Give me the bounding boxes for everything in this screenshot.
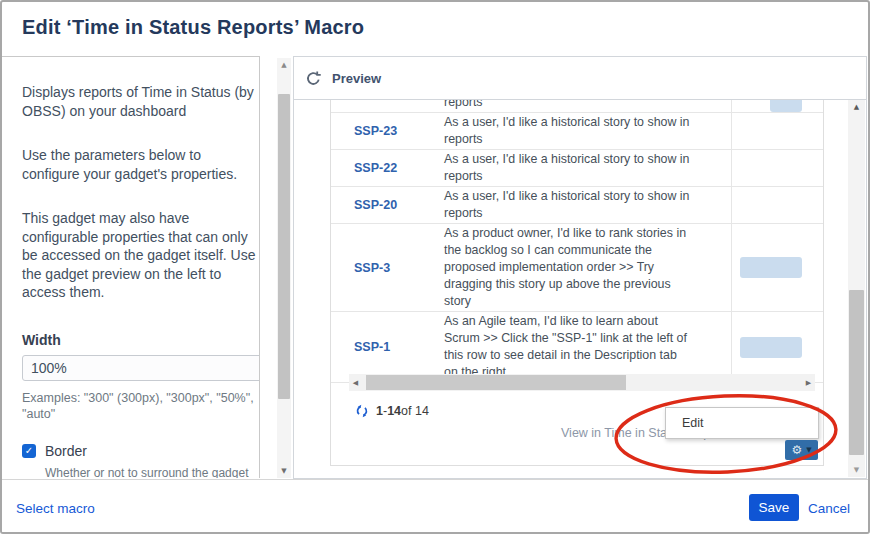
horizontal-scrollbar-thumb[interactable] bbox=[366, 375, 626, 390]
width-field-label: Width bbox=[22, 332, 255, 348]
width-field-help: Examples: "300" (300px), "300px", "50%",… bbox=[22, 390, 255, 422]
macro-note-text: This gadget may also have configurable p… bbox=[22, 209, 260, 302]
preview-panel: Preview As a user, I'd like a historical… bbox=[293, 56, 867, 479]
pagination-range-end: 14 bbox=[387, 404, 401, 418]
border-checkbox[interactable]: ✓ bbox=[22, 444, 36, 458]
table-row: SSP-1 As an Agile team, I'd like to lear… bbox=[331, 312, 823, 383]
gear-icon: ⚙ bbox=[791, 444, 802, 456]
issue-description: As a user, I'd like a historical story t… bbox=[444, 187, 726, 223]
issue-description: As a product owner, I'd like to rank sto… bbox=[444, 224, 726, 311]
table-row: SSP-20 As a user, I'd like a historical … bbox=[331, 187, 823, 224]
pagination: 1 - 14 of 14 bbox=[355, 404, 429, 418]
macro-description-text: Displays reports of Time in Status (by O… bbox=[22, 83, 260, 120]
status-badge bbox=[740, 257, 802, 278]
select-macro-link[interactable]: Select macro bbox=[16, 501, 95, 516]
preview-scrollbar-thumb[interactable] bbox=[849, 290, 864, 455]
scroll-down-icon[interactable]: ▼ bbox=[277, 464, 291, 478]
macro-settings-panel: Displays reports of Time in Status (by O… bbox=[2, 56, 260, 478]
pagination-total: of 14 bbox=[401, 404, 429, 418]
table-row: SSP-23 As a user, I'd like a historical … bbox=[331, 113, 823, 150]
status-badge bbox=[770, 100, 802, 112]
width-input[interactable] bbox=[22, 355, 260, 381]
issues-table: As a user, I'd like a historical story t… bbox=[331, 100, 823, 383]
sidebar-scrollbar-thumb[interactable] bbox=[278, 94, 290, 399]
chevron-down-icon: ▼ bbox=[806, 446, 811, 454]
dialog-footer: Select macro Save Cancel bbox=[2, 479, 868, 533]
issue-description: As a user, I'd like a historical story t… bbox=[444, 100, 726, 112]
table-horizontal-scrollbar[interactable]: ◀ ▶ bbox=[349, 374, 815, 391]
preview-header: Preview bbox=[294, 57, 866, 100]
cancel-link[interactable]: Cancel bbox=[808, 501, 850, 516]
macro-instructions-text: Use the parameters below to configure yo… bbox=[22, 146, 260, 183]
sidebar-scrollbar[interactable]: ▲ ▼ bbox=[277, 58, 291, 478]
dialog-title: Edit ‘Time in Status Reports’ Macro bbox=[22, 16, 364, 39]
macro-edit-dialog: Edit ‘Time in Status Reports’ Macro Disp… bbox=[0, 0, 870, 534]
sidebar-scrollbar-track[interactable] bbox=[277, 72, 291, 464]
border-checkbox-label: Border bbox=[45, 443, 87, 459]
issue-description: As a user, I'd like a historical story t… bbox=[444, 113, 726, 149]
refresh-results-icon[interactable] bbox=[355, 404, 369, 418]
menu-item-edit[interactable]: Edit bbox=[666, 408, 818, 438]
status-badge bbox=[740, 337, 802, 358]
issue-key-link[interactable]: SSP-3 bbox=[354, 261, 390, 275]
pagination-range-start: 1 bbox=[376, 404, 383, 418]
issue-key-link[interactable]: SSP-20 bbox=[354, 198, 397, 212]
table-row: As a user, I'd like a historical story t… bbox=[331, 100, 823, 113]
save-button[interactable]: Save bbox=[749, 494, 799, 521]
horizontal-scrollbar-track[interactable] bbox=[362, 374, 802, 391]
gadget-frame: As a user, I'd like a historical story t… bbox=[330, 100, 824, 466]
preview-scrollbar[interactable]: ▲ ▼ bbox=[848, 100, 865, 477]
table-row: SSP-3 As a product owner, I'd like to ra… bbox=[331, 224, 823, 312]
scroll-right-icon[interactable]: ▶ bbox=[802, 374, 815, 391]
preview-scrollbar-track[interactable] bbox=[848, 114, 865, 463]
scroll-up-icon[interactable]: ▲ bbox=[848, 100, 865, 114]
issue-key-link[interactable]: SSP-22 bbox=[354, 161, 397, 175]
gadget-config-button[interactable]: ⚙ ▼ bbox=[785, 440, 818, 460]
issue-description: As a user, I'd like a historical story t… bbox=[444, 150, 726, 186]
scroll-up-icon[interactable]: ▲ bbox=[277, 58, 291, 72]
preview-body: As a user, I'd like a historical story t… bbox=[294, 100, 866, 478]
gadget-menu: Edit bbox=[665, 407, 819, 439]
checkmark-icon: ✓ bbox=[25, 446, 33, 456]
issue-key-link[interactable]: SSP-23 bbox=[354, 124, 397, 138]
refresh-icon[interactable] bbox=[305, 70, 322, 87]
scroll-down-icon[interactable]: ▼ bbox=[848, 463, 865, 477]
table-row: SSP-22 As a user, I'd like a historical … bbox=[331, 150, 823, 187]
issue-key-link[interactable]: SSP-1 bbox=[354, 340, 390, 354]
border-field-help: Whether or not to surround the gadget wi… bbox=[45, 466, 255, 479]
issue-description: As an Agile team, I'd like to learn abou… bbox=[444, 312, 726, 382]
preview-title: Preview bbox=[332, 71, 381, 86]
scroll-left-icon[interactable]: ◀ bbox=[349, 374, 362, 391]
